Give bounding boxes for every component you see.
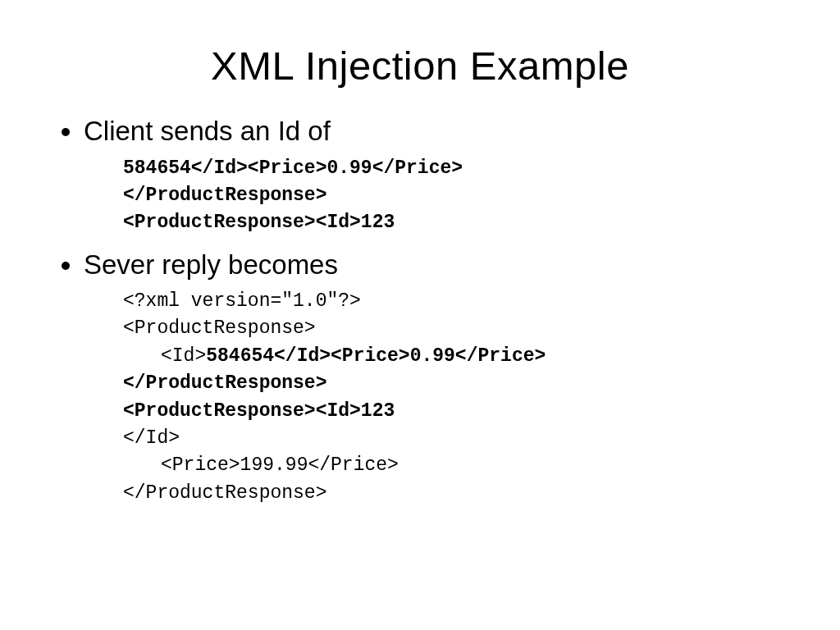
code-text-bold: 584654</Id><Price>0.99</Price> xyxy=(206,345,546,367)
slide: XML Injection Example Client sends an Id… xyxy=(0,0,840,630)
code-line: <ProductResponse><Id>123 xyxy=(123,398,807,425)
bullet-text: Sever reply becomes xyxy=(84,249,338,280)
slide-content: Client sends an Id of 584654</Id><Price>… xyxy=(0,113,840,507)
code-line: </Id> xyxy=(123,425,807,452)
client-code-block: 584654</Id><Price>0.99</Price> </Product… xyxy=(84,155,807,237)
code-line: <Price>199.99</Price> xyxy=(123,452,807,479)
code-line: <ProductResponse> xyxy=(123,315,807,342)
bullet-server-reply: Sever reply becomes <?xml version="1.0"?… xyxy=(84,247,807,507)
bullet-list: Client sends an Id of 584654</Id><Price>… xyxy=(52,113,807,507)
code-line: <Id>584654</Id><Price>0.99</Price> xyxy=(123,343,807,370)
code-line: <ProductResponse><Id>123 xyxy=(123,209,807,236)
code-line: <?xml version="1.0"?> xyxy=(123,288,807,315)
code-line: </ProductResponse> xyxy=(123,182,807,209)
bullet-text: Client sends an Id of xyxy=(84,116,331,146)
server-code-block: <?xml version="1.0"?> <ProductResponse> … xyxy=(84,288,807,507)
code-line: </ProductResponse> xyxy=(123,370,807,397)
slide-title: XML Injection Example xyxy=(0,0,840,113)
code-line: 584654</Id><Price>0.99</Price> xyxy=(123,155,807,182)
bullet-client-sends: Client sends an Id of 584654</Id><Price>… xyxy=(84,113,807,237)
code-line: </ProductResponse> xyxy=(123,480,807,507)
code-text: <Id> xyxy=(161,345,206,367)
